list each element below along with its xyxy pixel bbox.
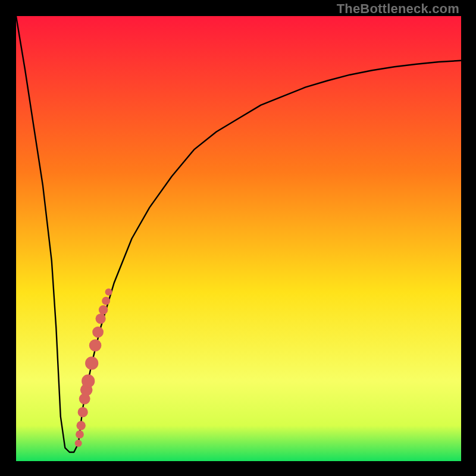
plot-area [16, 16, 461, 461]
cluster-dot [78, 407, 88, 417]
cluster-dot [92, 327, 104, 338]
cluster-dot [77, 421, 86, 430]
chart-frame: TheBottleneck.com [0, 0, 476, 476]
cluster-dot [89, 339, 102, 352]
cluster-dot [105, 289, 112, 296]
bottleneck-plot [16, 16, 461, 461]
cluster-dot [102, 297, 110, 305]
cluster-dot [85, 356, 98, 369]
watermark-label: TheBottleneck.com [337, 1, 459, 17]
cluster-dot [99, 305, 108, 314]
cluster-dot [96, 314, 106, 324]
cluster-dot [75, 440, 82, 447]
cluster-dot [76, 430, 84, 439]
cluster-dot [82, 374, 95, 387]
